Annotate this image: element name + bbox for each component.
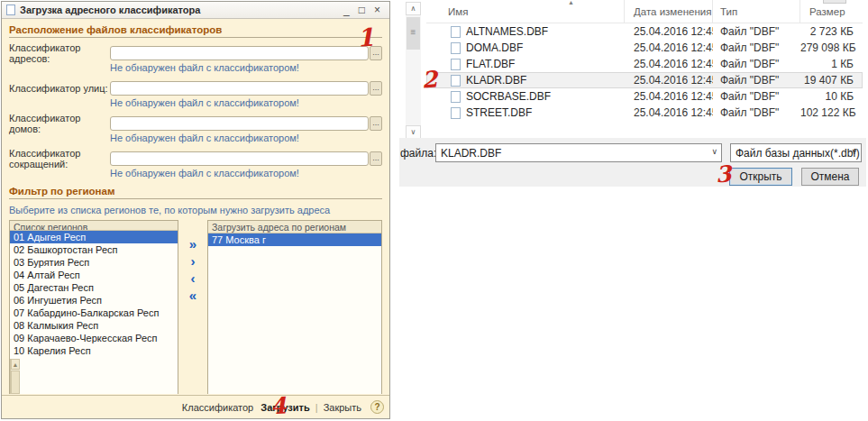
dialog-footer: Классификатор Загрузить | Закрыть ?: [2, 395, 389, 418]
selected-list-body: 77 Москва г: [208, 233, 381, 394]
file-row[interactable]: KLADR.DBF25.04.2016 12:45Файл "DBF"19 40…: [426, 72, 863, 88]
file-date: 25.04.2016 12:45: [625, 58, 713, 70]
houses-browse-button[interactable]: ...: [370, 116, 382, 131]
dialog-titlebar[interactable]: Загрузка адресного классификатора _ □ ×: [2, 2, 389, 19]
streets-browse-button[interactable]: ...: [370, 81, 382, 96]
column-header-type[interactable]: Тип: [713, 0, 800, 23]
file-size: 2 723 КБ: [800, 25, 861, 38]
regions-list-body: 01 Адыгея Респ02 Башкортостан Респ03 Бур…: [10, 231, 178, 359]
file-row[interactable]: FLAT.DBF25.04.2016 12:45Файл "DBF"1 КБ: [426, 56, 863, 72]
column-header-date[interactable]: Дата изменения: [625, 0, 713, 23]
abbrev-label: Классификатор сокращений:: [9, 148, 110, 169]
streets-hint: Не обнаружен файл с классификатором!: [110, 97, 382, 109]
minimize-icon[interactable]: _: [339, 3, 354, 18]
add-all-button[interactable]: »: [184, 236, 202, 253]
region-item[interactable]: 07 Кабардино-Балкарская Респ: [10, 307, 178, 319]
region-item[interactable]: 05 Дагестан Респ: [10, 281, 178, 294]
file-name: STREET.DBF: [466, 106, 532, 119]
address-classifier-dialog: Загрузка адресного классификатора _ □ × …: [1, 1, 390, 419]
dialog-body: Расположение файлов классификаторов Клас…: [2, 20, 389, 394]
filter-section-header: Фильтр по регионам: [9, 186, 382, 199]
file-dialog-footer: файла: KLADR.DBF ∨ Файл базы данных(*.db…: [399, 138, 866, 187]
file-size: 102 122 КБ: [800, 106, 861, 119]
region-item[interactable]: 11 Коми Респ: [10, 357, 178, 359]
scroll-thumb[interactable]: ≡: [407, 17, 420, 50]
file-row[interactable]: DOMA.DBF25.04.2016 12:45Файл "DBF"279 09…: [426, 40, 863, 56]
filetype-value: Файл базы данных(*.dbf): [736, 147, 860, 160]
file-type: Файл "DBF": [713, 58, 800, 70]
selected-list-header: Загрузить адреса по регионам: [208, 221, 381, 233]
transfer-buttons: » › ‹ «: [178, 220, 207, 394]
filter-subtitle: Выберите из списка регионов те, по котор…: [9, 205, 382, 215]
file-row[interactable]: ALTNAMES.DBF25.04.2016 12:45Файл "DBF"2 …: [426, 23, 863, 40]
region-item[interactable]: 08 Калмыкия Респ: [10, 319, 178, 332]
region-item[interactable]: 06 Ингушетия Респ: [10, 294, 178, 307]
remove-button[interactable]: ‹: [184, 270, 202, 288]
close-button[interactable]: Закрыть: [320, 402, 365, 413]
file-row[interactable]: SOCRBASE.DBF25.04.2016 12:45Файл "DBF"10…: [426, 88, 863, 105]
file-row[interactable]: STREET.DBF25.04.2016 12:45Файл "DBF"102 …: [426, 105, 863, 121]
add-button[interactable]: ›: [184, 253, 202, 270]
dialog-title: Загрузка адресного классификатора: [20, 5, 339, 15]
file-type: Файл "DBF": [713, 90, 800, 103]
file-size: 279 098 КБ: [800, 41, 861, 54]
region-item[interactable]: 09 Карачаево-Черкесская Респ: [10, 332, 178, 344]
addresses-input[interactable]: [110, 46, 369, 60]
open-button[interactable]: Открыть: [729, 168, 792, 186]
filetype-combobox[interactable]: Файл базы данных(*.dbf) ∨: [730, 143, 862, 162]
classifier-button[interactable]: Классификатор: [178, 402, 257, 413]
file-type: Файл "DBF": [713, 25, 800, 38]
file-date: 25.04.2016 12:45: [625, 25, 713, 38]
regions-scrollbar[interactable]: ▲ ▼: [10, 359, 20, 394]
addresses-browse-button[interactable]: ...: [370, 46, 382, 60]
cancel-button[interactable]: Отмена: [801, 168, 859, 186]
chevron-down-icon[interactable]: ∨: [711, 147, 717, 156]
maximize-icon[interactable]: □: [354, 3, 370, 18]
file-date: 25.04.2016 12:45: [625, 90, 713, 103]
streets-label: Классификатор улиц:: [9, 83, 110, 94]
help-button[interactable]: ?: [370, 400, 384, 414]
column-header-size[interactable]: Размер: [800, 0, 861, 23]
file-name: ALTNAMES.DBF: [466, 25, 548, 38]
abbrev-hint: Не обнаружен файл с классификатором!: [110, 168, 382, 179]
file-open-dialog: ∧ ≡ ∨ ▲ Имя Дата изменения Тип Размер AL…: [399, 0, 866, 188]
filename-combobox[interactable]: KLADR.DBF ∨: [435, 143, 722, 162]
houses-input[interactable]: [110, 116, 369, 131]
file-name: FLAT.DBF: [466, 58, 515, 70]
field-row-addresses: Классификатор адресов: ...: [9, 45, 382, 60]
abbrev-browse-button[interactable]: ...: [370, 151, 382, 166]
region-item[interactable]: 01 Адыгея Респ: [10, 231, 178, 243]
file-list-scrollbar[interactable]: ∧ ≡ ∨: [406, 2, 421, 139]
close-icon[interactable]: ×: [370, 3, 385, 18]
column-header-name[interactable]: Имя: [426, 0, 625, 23]
abbrev-input[interactable]: [110, 151, 369, 166]
file-name: SOCRBASE.DBF: [466, 90, 551, 103]
file-size: 1 КБ: [800, 58, 861, 70]
selected-regions-list: Загрузить адреса по регионам 77 Москва г: [207, 220, 382, 394]
file-icon: [451, 59, 461, 70]
selected-region-item[interactable]: 77 Москва г: [208, 233, 381, 246]
region-item[interactable]: 03 Бурятия Респ: [10, 256, 178, 269]
file-date: 25.04.2016 12:45: [625, 41, 713, 54]
file-icon: [451, 26, 461, 38]
region-item[interactable]: 02 Башкортостан Респ: [10, 243, 178, 256]
region-lists: Список регионов 01 Адыгея Респ02 Башкорт…: [9, 220, 382, 394]
regions-list-header: Список регионов: [10, 221, 178, 231]
scroll-up-icon[interactable]: ▲: [11, 359, 20, 370]
load-button[interactable]: Загрузить: [257, 402, 314, 413]
file-rows: ALTNAMES.DBF25.04.2016 12:45Файл "DBF"2 …: [426, 23, 863, 121]
remove-all-button[interactable]: «: [184, 288, 202, 305]
scroll-thumb[interactable]: [11, 371, 20, 394]
field-row-houses: Классификатор домов: ...: [9, 115, 382, 131]
houses-hint: Не обнаружен файл с классификатором!: [110, 133, 382, 144]
scroll-down-icon[interactable]: ∨: [406, 125, 421, 139]
region-item[interactable]: 04 Алтай Респ: [10, 269, 178, 281]
scroll-up-icon[interactable]: ∧: [406, 2, 421, 15]
region-item[interactable]: 10 Карелия Респ: [10, 344, 178, 357]
sort-ascending-icon: ▲: [568, 0, 574, 5]
file-type: Файл "DBF": [713, 41, 800, 54]
houses-label: Классификатор домов:: [9, 113, 110, 134]
streets-input[interactable]: [110, 81, 369, 96]
chevron-down-icon[interactable]: ∨: [851, 147, 857, 156]
filename-label: файла:: [400, 147, 436, 160]
